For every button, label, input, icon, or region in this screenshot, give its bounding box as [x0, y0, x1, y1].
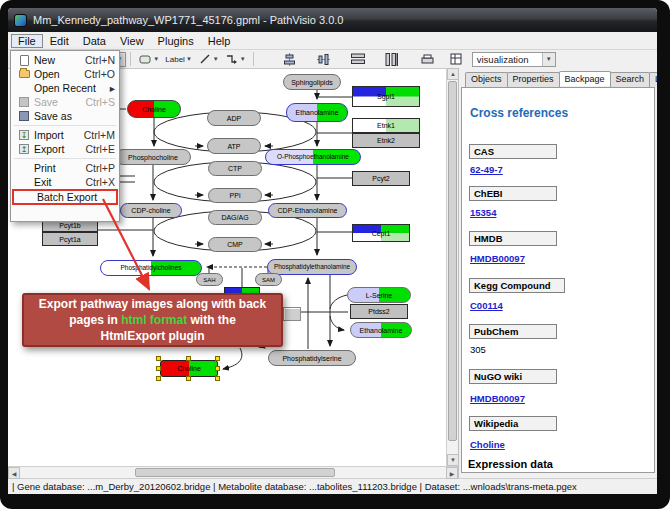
side-panel: Objects Properties Backpage Search Legen… — [458, 68, 657, 478]
node-sphingolipids[interactable]: Sphingolipids — [283, 74, 341, 90]
node-choline-selected[interactable]: Choline — [160, 360, 218, 377]
distribute-horizontal-button[interactable] — [348, 52, 368, 67]
selection-handle[interactable] — [215, 376, 220, 381]
tab-objects[interactable]: Objects — [465, 72, 508, 87]
node-adp[interactable]: ADP — [207, 110, 261, 126]
distribute-vertical-button[interactable] — [382, 52, 402, 67]
node-phosphatidylethanolamine[interactable]: Phosphatidylethanolamine — [267, 259, 357, 275]
selection-handle[interactable] — [215, 356, 220, 361]
link-cas-value[interactable]: 62-49-7 — [470, 164, 503, 175]
tab-backpage[interactable]: Backpage — [559, 71, 611, 86]
status-bar: | Gene database: ...m_Derby_20120602.bri… — [8, 478, 657, 494]
vertical-scroll-thumb[interactable] — [448, 81, 457, 441]
scroll-right-arrow-icon[interactable]: ▶ — [446, 467, 458, 479]
horizontal-scroll-thumb[interactable] — [135, 468, 335, 477]
menu-file[interactable]: File — [11, 34, 43, 48]
file-menu-print[interactable]: PrintCtrl+P — [11, 161, 119, 175]
menu-data[interactable]: Data — [76, 34, 113, 48]
tab-legend[interactable]: Legend — [649, 72, 657, 87]
save-as-icon — [14, 111, 34, 121]
menu-plugins[interactable]: Plugins — [151, 34, 201, 48]
print-button[interactable] — [418, 52, 438, 67]
annotation-line1: Export pathway images along with back — [39, 296, 266, 312]
selection-handle[interactable] — [156, 356, 161, 361]
link-kegg-value[interactable]: C00114 — [470, 300, 503, 311]
node-ethanolamine-bottom[interactable]: Ethanolamine — [350, 322, 412, 338]
tab-search[interactable]: Search — [610, 72, 651, 87]
label-tool-text: Label — [165, 55, 185, 64]
node-cmp[interactable]: CMP — [208, 237, 262, 252]
selection-handle[interactable] — [156, 376, 161, 381]
backpage-content[interactable]: Cross references CAS 62-49-7 ChEBI 15354… — [461, 87, 655, 473]
node-ethanolamine-top[interactable]: Ethanolamine — [286, 103, 348, 122]
gene-tool-button[interactable]: ▼ — [135, 52, 162, 67]
title-bar[interactable]: Mm_Kennedy_pathway_WP1771_45176.gpml - P… — [8, 8, 657, 32]
visualization-combobox[interactable]: visualization ▼ — [472, 52, 556, 67]
node-etnk1[interactable]: Etnk1 — [352, 118, 420, 133]
menu-view[interactable]: View — [113, 34, 151, 48]
node-phosphocholine[interactable]: Phosphocholine — [115, 149, 191, 165]
anchor-box[interactable] — [283, 307, 301, 321]
scroll-left-arrow-icon[interactable]: ◀ — [8, 467, 20, 479]
data-visualization-button[interactable] — [446, 52, 466, 67]
file-menu-exit[interactable]: ExitCtrl+X — [11, 175, 119, 189]
menu-edit[interactable]: Edit — [43, 34, 76, 48]
node-l-serine[interactable]: L-Serine — [347, 287, 411, 303]
node-phosphatidylcholines[interactable]: Phosphatidylcholines — [100, 260, 202, 276]
submenu-arrow-icon: ▸ — [110, 82, 115, 94]
node-choline-top[interactable]: Choline — [127, 100, 181, 118]
node-cdp-ethanolamine[interactable]: CDP-Ethanolamine — [268, 203, 347, 218]
section-header-cas: CAS — [469, 144, 557, 159]
link-hmdb-value[interactable]: HMDB00097 — [470, 253, 525, 264]
file-menu-open-recent[interactable]: Open Recent▸ — [11, 81, 119, 95]
align-center-button[interactable] — [280, 52, 300, 67]
file-menu-batch-export[interactable]: Batch Export — [12, 189, 118, 205]
link-chebi-value[interactable]: 15354 — [470, 207, 496, 218]
node-cdp-choline[interactable]: CDP-choline — [120, 203, 182, 218]
node-ptdss2[interactable]: Ptdss2 — [350, 304, 408, 319]
line-tool-button[interactable]: ▼ — [195, 52, 222, 67]
link-wikipedia-value[interactable]: Choline — [470, 439, 505, 450]
node-sgpl1[interactable]: Sgpl1 — [352, 86, 420, 107]
node-phosphatidylserine[interactable]: Phosphatidylserine — [268, 350, 356, 366]
side-panel-tabs: Objects Properties Backpage Search Legen… — [465, 72, 657, 87]
tab-properties[interactable]: Properties — [507, 72, 560, 87]
file-menu-save[interactable]: SaveCtrl+S — [11, 95, 119, 109]
selection-handle[interactable] — [156, 366, 161, 371]
node-etnk2[interactable]: Etnk2 — [352, 133, 420, 148]
file-menu-dropdown: NewCtrl+N OpenCtrl+O Open Recent▸ SaveCt… — [10, 50, 120, 222]
selection-handle[interactable] — [186, 376, 191, 381]
file-menu-save-as[interactable]: Save as — [11, 109, 119, 123]
node-cept1[interactable]: Cept1 — [352, 224, 410, 242]
file-menu-open[interactable]: OpenCtrl+O — [11, 67, 119, 81]
node-sah[interactable]: SAH — [196, 273, 223, 286]
canvas-horizontal-scrollbar[interactable]: ◀ ▶ — [8, 466, 458, 478]
selection-handle[interactable] — [215, 366, 220, 371]
file-menu-new[interactable]: NewCtrl+N — [11, 53, 119, 67]
node-ppi[interactable]: PPi — [208, 188, 262, 203]
node-ctp[interactable]: CTP — [208, 161, 262, 176]
file-menu-export[interactable]: ↥ ExportCtrl+E — [11, 142, 119, 156]
node-dag-ag[interactable]: DAG/AG — [208, 210, 262, 225]
gene-tool-icon — [138, 53, 152, 66]
node-o-phosphoethanolamine[interactable]: O-Phosphoethanolamine — [265, 149, 361, 165]
annotation-line3: HtmlExport plugin — [101, 328, 205, 344]
align-middle-button[interactable] — [314, 52, 334, 67]
node-sam[interactable]: SAM — [255, 273, 282, 286]
elbow-connector-icon — [225, 53, 239, 66]
visualization-dropdown-icon[interactable]: ▼ — [542, 53, 555, 66]
section-header-pubchem: PubChem — [469, 324, 557, 339]
node-pcyt1a[interactable]: Pcyt1a — [42, 232, 98, 246]
node-atp[interactable]: ATP — [207, 138, 261, 154]
label-tool-button[interactable]: Label▼ — [162, 52, 195, 67]
section-header-wikipedia: Wikipedia — [469, 416, 557, 431]
align-middle-icon — [317, 53, 331, 66]
open-folder-icon — [14, 70, 34, 78]
menu-help[interactable]: Help — [201, 34, 238, 48]
link-nugo-value[interactable]: HMDB00097 — [470, 393, 525, 404]
file-menu-import[interactable]: ↧ ImportCtrl+M — [11, 128, 119, 142]
selection-handle[interactable] — [186, 356, 191, 361]
canvas-vertical-scrollbar[interactable]: ▲ ▼ — [446, 68, 458, 466]
node-pcyt2[interactable]: Pcyt2 — [352, 171, 410, 186]
connector-tool-button[interactable]: ▼ — [222, 52, 249, 67]
